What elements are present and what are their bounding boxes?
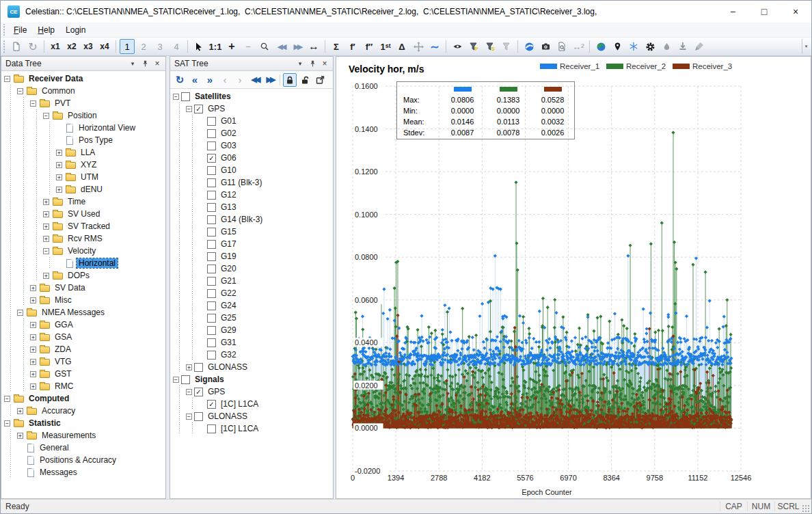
expand-expander[interactable]: +: [56, 187, 62, 193]
tree-item-horizontal-view[interactable]: Horizontal View: [1, 122, 165, 134]
tree-item-g03[interactable]: G03: [170, 139, 333, 152]
tree-item-computed[interactable]: −Computed: [1, 392, 165, 405]
resize-grip[interactable]: [802, 504, 811, 513]
first-derivative-button[interactable]: f′: [345, 39, 360, 54]
tree-item-nmea-messages[interactable]: −NMEA Messages: [1, 306, 165, 319]
checkbox-g19[interactable]: [207, 252, 216, 261]
data-tree-close-icon[interactable]: ×: [152, 58, 163, 69]
tree-item-denu[interactable]: +dENU: [1, 183, 165, 195]
location-button[interactable]: [610, 39, 625, 54]
expand-expander[interactable]: +: [17, 433, 23, 439]
checkbox-gps[interactable]: ✓: [194, 388, 203, 396]
tree-item-g06[interactable]: ✓G06: [170, 152, 333, 164]
collapse-expander[interactable]: −: [17, 310, 23, 316]
collapse-expander[interactable]: −: [4, 420, 10, 427]
checkbox-g21[interactable]: [207, 277, 216, 286]
expand-expander[interactable]: +: [30, 322, 36, 328]
pointer-button[interactable]: [191, 39, 206, 54]
sat-unlock-button[interactable]: [298, 73, 312, 87]
scale-x1-button[interactable]: x1: [48, 39, 63, 54]
maximize-button[interactable]: □: [748, 1, 780, 23]
checkbox-g01[interactable]: [207, 117, 216, 126]
checkbox-g29[interactable]: [207, 326, 216, 335]
scale-x4-button[interactable]: x4: [97, 39, 112, 54]
checkbox-g32[interactable]: [207, 351, 216, 360]
tree-item-lla[interactable]: +LLA: [1, 146, 165, 159]
tree-item-gsa[interactable]: +GSA: [1, 331, 165, 343]
toolbar-overflow-button[interactable]: ▾: [802, 39, 810, 54]
tree-item-g24[interactable]: G24: [170, 299, 333, 312]
tree-item-g29[interactable]: G29: [170, 324, 333, 336]
tree-item-g02[interactable]: G02: [170, 127, 333, 139]
one-to-one-button[interactable]: 1:1: [208, 39, 223, 54]
tree-item-g12[interactable]: G12: [170, 189, 333, 201]
zoom-out-button[interactable]: −: [241, 39, 256, 54]
tree-item-xyz[interactable]: +XYZ: [1, 159, 165, 171]
sat-lock-button[interactable]: [283, 73, 297, 87]
sat-forward-button[interactable]: ▶▶: [263, 73, 277, 87]
collapse-expander[interactable]: −: [4, 396, 10, 402]
checkbox-g10[interactable]: [207, 166, 216, 175]
expand-expander[interactable]: +: [30, 359, 36, 365]
sat-tree-menu-button[interactable]: ▾: [295, 58, 306, 69]
smooth-button[interactable]: ∼: [427, 39, 442, 54]
data-tree-menu-button[interactable]: ▾: [127, 58, 138, 69]
screenshot-button[interactable]: [538, 39, 553, 54]
checkbox-g15[interactable]: [207, 228, 216, 236]
tree-item-g10[interactable]: G10: [170, 164, 333, 176]
collapse-expander[interactable]: −: [186, 106, 192, 112]
tree-item-vtg[interactable]: +VTG: [1, 355, 165, 368]
close-button[interactable]: ×: [780, 1, 811, 23]
view-2-button[interactable]: 2: [136, 39, 151, 54]
collapse-expander[interactable]: −: [186, 389, 192, 395]
menubar-grip[interactable]: [2, 24, 5, 36]
expand-expander[interactable]: +: [186, 364, 192, 370]
checkbox-g03[interactable]: [207, 141, 216, 150]
second-derivative-button[interactable]: f″: [362, 39, 377, 54]
view-1-button[interactable]: 1: [120, 39, 135, 54]
tree-item-g01[interactable]: G01: [170, 115, 333, 127]
expand-expander[interactable]: +: [56, 174, 62, 180]
sat-next-button[interactable]: ›: [233, 73, 247, 87]
freeze-button[interactable]: [626, 39, 641, 54]
map-button[interactable]: [593, 39, 608, 54]
collapse-expander[interactable]: −: [186, 414, 192, 420]
tree-item-glonass[interactable]: +GLONASS: [170, 361, 333, 373]
zoom-in-button[interactable]: +: [224, 39, 239, 54]
sat-first-button[interactable]: «: [188, 73, 202, 87]
expand-expander[interactable]: +: [43, 236, 49, 242]
checkbox-g02[interactable]: [207, 129, 216, 138]
tree-item-gst[interactable]: +GST: [1, 368, 165, 380]
tree-item-misc[interactable]: +Misc: [1, 294, 165, 306]
sat-rewind-button[interactable]: ◀◀: [248, 73, 262, 87]
reload-button[interactable]: ↻: [25, 39, 40, 54]
expand-expander[interactable]: +: [43, 199, 49, 205]
tree-item-time[interactable]: +Time: [1, 195, 165, 208]
tree-item-sv-data[interactable]: +SV Data: [1, 282, 165, 294]
checkbox-g14-blk-3-[interactable]: [207, 215, 216, 224]
tree-item-utm[interactable]: +UTM: [1, 171, 165, 183]
collapse-expander[interactable]: −: [43, 113, 49, 119]
collapse-expander[interactable]: −: [17, 88, 23, 94]
tree-item-gps[interactable]: −✓GPS: [170, 103, 333, 115]
new-file-button[interactable]: [9, 39, 24, 54]
tree-item-g22[interactable]: G22: [170, 287, 333, 299]
collapse-expander[interactable]: −: [43, 248, 49, 254]
view-4-button[interactable]: 4: [169, 39, 184, 54]
expand-expander[interactable]: +: [30, 285, 36, 291]
tree-item-receiver-data[interactable]: −Receiver Data: [1, 72, 165, 85]
expand-expander[interactable]: +: [17, 408, 23, 414]
tree-item-g25[interactable]: G25: [170, 312, 333, 324]
sat-tree-close-icon[interactable]: ×: [319, 58, 330, 69]
tree-item-signals[interactable]: −Signals: [170, 373, 333, 385]
expand-expander[interactable]: +: [43, 224, 49, 230]
distance-button[interactable]: ↔²: [571, 39, 586, 54]
tree-item-general[interactable]: General: [1, 442, 165, 454]
tree-item-sv-used[interactable]: +SV Used: [1, 208, 165, 220]
checkbox-g06[interactable]: ✓: [207, 154, 216, 163]
tree-item-zda[interactable]: +ZDA: [1, 343, 165, 355]
checkbox-g17[interactable]: [207, 240, 216, 249]
collapse-expander[interactable]: −: [173, 94, 179, 100]
toolbar-grip[interactable]: [2, 40, 5, 54]
expand-expander[interactable]: +: [30, 297, 36, 303]
